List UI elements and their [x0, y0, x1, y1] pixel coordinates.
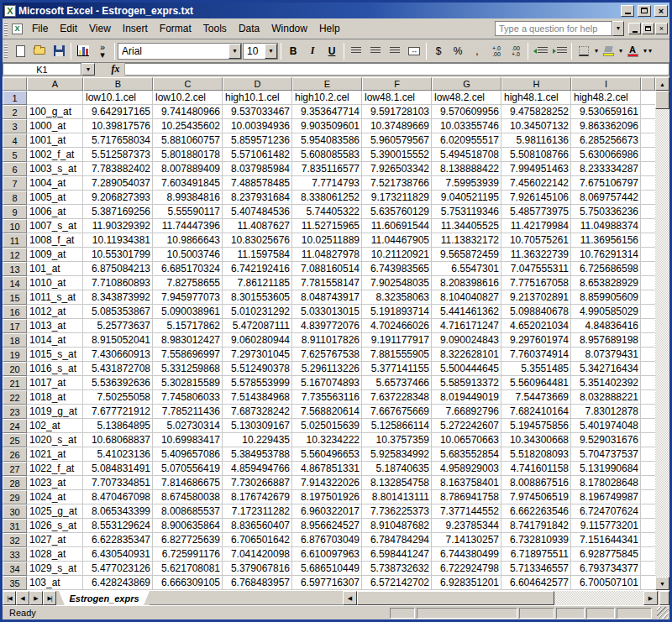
cell[interactable]: 6.285256673	[571, 133, 641, 148]
cell[interactable]: low48.1.cel	[362, 91, 432, 105]
cell[interactable]: 9.191177917	[362, 333, 432, 348]
row-header-8[interactable]: 8	[3, 191, 27, 205]
horizontal-scroll-track[interactable]	[554, 591, 643, 605]
cell[interactable]: 7.745806033	[153, 390, 223, 405]
row-header-34[interactable]: 34	[3, 562, 27, 576]
cell[interactable]: 5.090038961	[153, 305, 223, 319]
cell[interactable]: 4.741601158	[501, 462, 571, 476]
row-header-3[interactable]: 3	[3, 119, 27, 133]
menu-item-file[interactable]: File	[26, 20, 54, 37]
row-header-7[interactable]: 7	[3, 176, 27, 191]
close-button[interactable]: ×	[654, 5, 668, 17]
cell[interactable]: 7.781558147	[292, 276, 362, 290]
cell[interactable]: 7.736225373	[362, 504, 432, 519]
cell[interactable]	[641, 219, 655, 233]
cell[interactable]: 1015_s_at	[27, 348, 83, 362]
cell[interactable]: high48.2.cel	[571, 91, 641, 105]
cell[interactable]: 11.60691544	[362, 219, 432, 233]
cell[interactable]: 5.070556419	[153, 462, 223, 476]
cell[interactable]: 7.682410164	[501, 405, 571, 419]
merge-center-button[interactable]: ↔	[405, 42, 423, 60]
cell[interactable]: 8.32358063	[362, 290, 432, 305]
cell[interactable]: 5.518208093	[501, 447, 571, 462]
first-sheet-button[interactable]	[3, 591, 16, 605]
cell[interactable]: 1016_s_at	[27, 362, 83, 376]
cell[interactable]	[641, 233, 655, 248]
cell[interactable]: 10.83025676	[223, 233, 292, 248]
cell[interactable]: 7.710860893	[83, 276, 153, 290]
cell[interactable]: 6.597716307	[292, 576, 362, 590]
cell[interactable]: 11.13832172	[432, 233, 501, 248]
name-box-dropdown-icon[interactable]: ▾	[81, 63, 95, 76]
cell[interactable]: 7.667675669	[362, 405, 432, 419]
cell[interactable]: 8.910487682	[362, 519, 432, 533]
cell[interactable]: 8.786941758	[432, 490, 501, 504]
cell[interactable]: 9.115773201	[571, 519, 641, 533]
borders-dropdown-icon[interactable]: ▾	[595, 47, 598, 55]
cell[interactable]: 7.735563116	[292, 390, 362, 405]
fill-color-dropdown-icon[interactable]: ▾	[619, 47, 622, 55]
cell[interactable]: 5.738732632	[362, 562, 432, 576]
cell[interactable]: 11.36956156	[571, 233, 641, 248]
cell[interactable]: 5.194575856	[501, 419, 571, 433]
cell[interactable]: 9.530659161	[571, 105, 641, 119]
cell[interactable]: 1029_s_at	[27, 562, 83, 576]
cell[interactable]	[641, 319, 655, 333]
cell[interactable]: 6.743983565	[362, 262, 432, 276]
font-color-dropdown-icon[interactable]: ▾	[643, 47, 647, 55]
cell[interactable]: 8.237931684	[223, 191, 292, 205]
cell[interactable]: 8.007889409	[153, 162, 223, 176]
cell[interactable]: 7.994951463	[501, 162, 571, 176]
cell[interactable]: 5.351402392	[571, 376, 641, 390]
row-header-10[interactable]: 10	[3, 219, 27, 233]
cell[interactable]: 9.040521195	[432, 191, 501, 205]
row-header-31[interactable]: 31	[3, 519, 27, 533]
cell[interactable]: 5.717658034	[83, 133, 153, 148]
next-sheet-button[interactable]	[29, 591, 43, 605]
borders-button[interactable]	[575, 42, 593, 60]
cell[interactable]: 6.784784294	[362, 533, 432, 547]
cell[interactable]: 1023_at	[27, 476, 83, 490]
cell[interactable]: 5.65737466	[362, 376, 432, 390]
cell[interactable]: 7.558696997	[153, 348, 223, 362]
row-header-26[interactable]: 26	[3, 447, 27, 462]
column-header-C[interactable]: C	[153, 77, 223, 91]
cell[interactable]: 10.02511889	[292, 233, 362, 248]
cell[interactable]: 9.23785344	[432, 519, 501, 533]
cell[interactable]: 6.742192416	[223, 262, 292, 276]
scroll-right-button[interactable]: ▶	[643, 591, 658, 605]
cell[interactable]: 5.384953788	[223, 447, 292, 462]
cell[interactable]: 5.131990684	[571, 462, 641, 476]
cell[interactable]: 10.34300668	[501, 433, 571, 447]
cell[interactable]: 4.990585029	[571, 305, 641, 319]
cell[interactable]: 5.500444645	[432, 362, 501, 376]
row-header-2[interactable]: 2	[3, 105, 27, 119]
cell[interactable]: 5.18740635	[362, 462, 432, 476]
cell[interactable]: 7.172311282	[223, 504, 292, 519]
cell[interactable]: 8.178028648	[571, 476, 641, 490]
cell[interactable]: 5.635760129	[362, 205, 432, 219]
row-header-30[interactable]: 30	[3, 504, 27, 519]
row-header-11[interactable]: 11	[3, 233, 27, 248]
cell[interactable]: 7.914322026	[292, 476, 362, 490]
vertical-scroll-track[interactable]	[655, 109, 669, 577]
cell[interactable]: 9.565872459	[432, 248, 501, 262]
row-header-21[interactable]: 21	[3, 376, 27, 390]
cell[interactable]: 6.622835347	[83, 533, 153, 547]
bold-button[interactable]: B	[284, 42, 302, 60]
cell[interactable]: 6.428243869	[83, 576, 153, 590]
cell[interactable]: 1026_s_at	[27, 519, 83, 533]
cell[interactable]: 1002_f_at	[27, 148, 83, 162]
cell[interactable]: 6.572142702	[362, 576, 432, 590]
cell[interactable]: 5.3551485	[501, 362, 571, 376]
cell[interactable]: 5.713346557	[501, 562, 571, 576]
cell[interactable]: 8.008685537	[153, 504, 223, 519]
row-header-22[interactable]: 22	[3, 390, 27, 405]
cell[interactable]: 5.15717862	[153, 319, 223, 333]
column-header-G[interactable]: G	[432, 77, 501, 91]
cell[interactable]: 8.104040827	[432, 290, 501, 305]
increase-indent-button[interactable]	[550, 42, 569, 60]
cell[interactable]: 9.642917165	[83, 105, 153, 119]
cell[interactable]: 8.032888221	[571, 390, 641, 405]
cell[interactable]: 10.00394936	[223, 119, 292, 133]
